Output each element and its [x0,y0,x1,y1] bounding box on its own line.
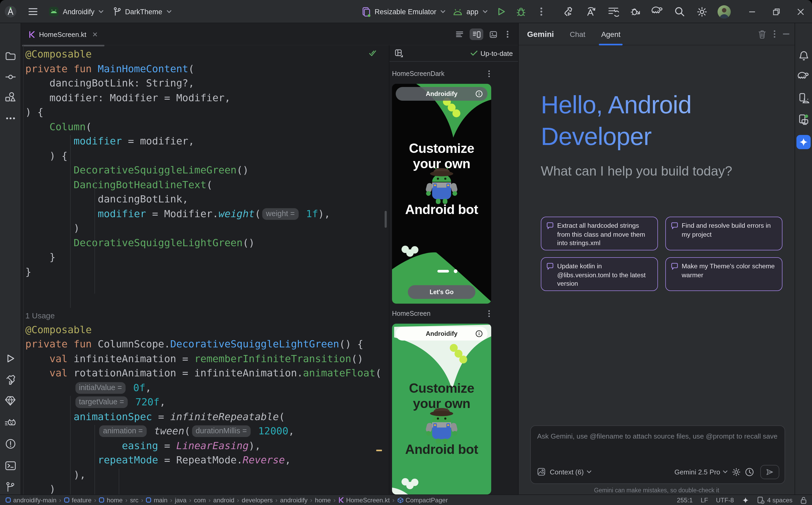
preview-homescreendark[interactable]: Customize your own Android bot [392,84,491,304]
ai-code-transform-icon[interactable] [585,5,597,18]
attach-debugger-icon[interactable] [629,5,642,18]
code-editor[interactable]: @Composableprivate fun MainHomeContent( … [21,45,388,494]
commit-tool-icon[interactable] [4,70,17,83]
editor-options-icon[interactable] [503,28,512,41]
app-quality-insights-tool-icon[interactable] [4,394,17,407]
breadcrumb-item[interactable]: androidify-main [5,496,56,504]
resolve-imports-icon[interactable] [607,5,619,18]
code-line[interactable] [25,293,388,308]
preview-homescreen[interactable]: Customize your own Android bot [392,324,491,494]
model-selector[interactable]: Gemini 2.5 Pro [675,468,727,476]
more-run-options-icon[interactable] [535,5,547,18]
line-separator[interactable]: LF [701,496,708,504]
readonly-lock-icon[interactable] [800,496,807,504]
code-line[interactable]: dancingBotLink: String?, [25,76,388,91]
code-line[interactable]: repeatMode = RepeatMode.Reverse, [25,453,388,467]
running-devices-tool-icon[interactable] [797,113,810,126]
context-selector[interactable]: Context (6) [550,468,592,476]
code-line[interactable]: ) { [25,148,388,163]
suggestion-card[interactable]: Update kotlin in @libs.version.toml to t… [541,257,658,291]
window-close-button[interactable] [794,5,807,18]
logcat-tool-icon[interactable] [4,416,17,429]
breadcrumb-item[interactable]: src [130,496,138,504]
suggestion-card[interactable]: Make my Theme's color scheme warmer [665,257,783,291]
code-line[interactable]: DancingBotHeadlineText( [25,177,388,192]
code-line[interactable]: ), [25,467,388,482]
code-line[interactable]: val infiniteAnimation = rememberInfinite… [25,351,388,366]
breadcrumb-item[interactable]: feature [64,496,92,504]
project-tool-icon[interactable] [4,49,17,62]
project-selector[interactable]: Androidify [48,6,103,17]
code-line[interactable]: ) [25,482,388,494]
run-tool-icon[interactable] [4,352,17,365]
device-manager-tool-icon[interactable] [797,92,810,105]
breadcrumb-item[interactable]: home [315,496,331,504]
preview-menu-icon[interactable] [488,70,490,77]
more-tool-windows-icon[interactable] [4,112,17,124]
device-selector[interactable]: Resizable Emulator [362,7,445,17]
debug-button[interactable] [515,5,528,18]
code-line[interactable]: } [25,250,388,265]
suggestion-card[interactable]: Find and resolve build errors in my proj… [665,217,783,250]
tab-homescreen-kt[interactable]: HomeScreen.kt ✕ [28,23,98,45]
prompt-settings-gear-icon[interactable] [732,467,741,476]
inspections-status-icon[interactable] [369,50,377,56]
suggestion-card[interactable]: Extract all hardcoded strings from this … [541,217,658,250]
gemini-options-icon[interactable] [774,30,776,38]
run-button[interactable] [495,5,507,18]
breadcrumb-item[interactable]: androidify [280,496,308,504]
gemini-tool-icon[interactable] [796,135,811,149]
lets-go-button[interactable]: Let's Go [408,285,475,299]
code-line[interactable]: @Composable [25,322,388,337]
file-encoding[interactable]: UTF-8 [716,496,734,504]
code-line[interactable]: private fun MainHomeContent( [25,61,388,76]
code-line[interactable]: easing = LinearEasing), [25,438,388,453]
window-minimize-button[interactable] [745,5,758,18]
code-line[interactable] [25,279,388,293]
code-line[interactable]: val rotationAnimation = infiniteAnimatio… [25,366,388,380]
code-line[interactable]: initialValue = 0f, [25,380,388,395]
build-run-icon[interactable] [562,5,575,18]
code-line[interactable]: 1 Usage [25,308,388,322]
problems-tool-icon[interactable] [4,438,17,450]
code-line[interactable]: DecorativeSquiggleLightGreen() [25,235,388,250]
resource-manager-tool-icon[interactable] [4,91,17,103]
breadcrumb-item[interactable]: com [194,496,206,504]
preview-sync-status[interactable]: Up-to-date [470,49,513,57]
gradle-sync-icon[interactable] [651,5,664,18]
code-line[interactable]: modifier = modifier, [25,134,388,148]
code-view-toggle[interactable] [453,28,466,40]
send-button[interactable] [760,465,779,479]
terminal-tool-icon[interactable] [4,459,17,472]
editor-scrollbar[interactable] [385,211,387,228]
code-line[interactable]: targetValue = 720f, [25,395,388,409]
history-clock-icon[interactable] [745,467,754,476]
breadcrumb-item[interactable]: CompactPager [397,496,448,504]
preview-layout-grid-icon[interactable] [393,48,404,58]
code-line[interactable]: @Composable [25,47,388,61]
run-configuration-selector[interactable]: app [453,8,487,16]
window-maximize-button[interactable] [770,5,783,18]
code-line[interactable]: modifier: Modifier = Modifier, [25,91,388,105]
code-line[interactable]: modifier = Modifier.weight(weight = 1f), [25,206,388,221]
code-line[interactable]: animation = tween(durationMillis = 12000… [25,424,388,438]
breadcrumb-item[interactable]: home [99,496,123,504]
search-everywhere-icon[interactable] [673,5,686,18]
code-line[interactable]: DecorativeSquiggleLimeGreen() [25,163,388,177]
code-line[interactable]: ) { [25,105,388,119]
tab-close-icon[interactable]: ✕ [92,30,98,38]
breadcrumb-item[interactable]: developers [242,496,272,504]
gradle-tool-icon[interactable] [797,70,810,83]
code-line[interactable]: dancingBotLink, [25,192,388,206]
ai-sparkle-icon[interactable] [742,496,749,504]
tab-agent[interactable]: Agent [601,23,620,45]
breadcrumb-item[interactable]: java [175,496,187,504]
preview-menu-icon[interactable] [488,310,490,317]
notifications-bell-icon[interactable] [797,49,810,62]
code-line[interactable]: ) [25,221,388,235]
hide-panel-icon[interactable] [783,33,789,35]
clear-chat-icon[interactable] [758,30,766,38]
version-control-tool-icon[interactable] [4,480,17,493]
tab-chat[interactable]: Chat [570,23,585,45]
breadcrumb-item[interactable]: HomeScreen.kt [338,496,390,504]
